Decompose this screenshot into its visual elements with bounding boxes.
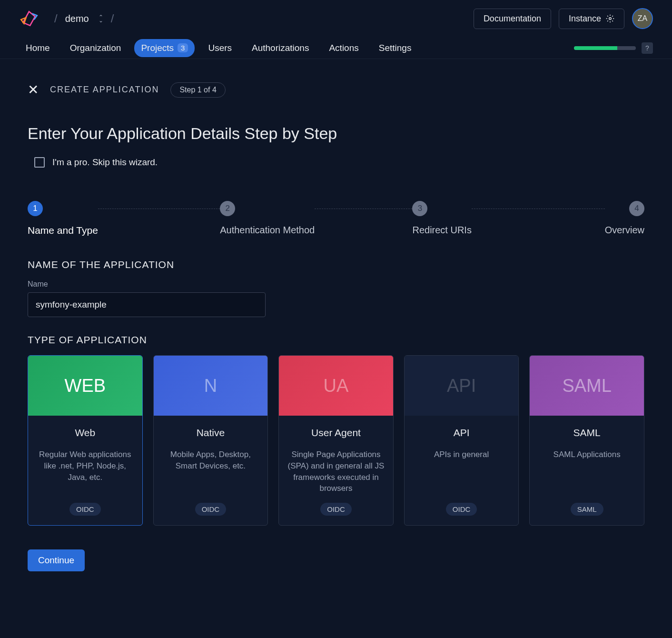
page-title: Enter Your Application Details Step by S… — [28, 124, 644, 143]
nav-item-home[interactable]: Home — [19, 39, 57, 57]
name-input[interactable] — [28, 292, 266, 317]
card-body: APIAPIs in generalOIDC — [405, 416, 519, 525]
breadcrumb-separator: / — [111, 12, 114, 25]
step-label: Redirect URIs — [412, 225, 471, 236]
card-title: Web — [75, 427, 95, 439]
step-pill: Step 1 of 4 — [170, 82, 225, 98]
breadcrumb-separator: / — [54, 12, 58, 25]
nav-item-label: Projects — [141, 43, 174, 53]
step-2[interactable]: 2Authentication Method — [220, 201, 315, 236]
skip-wizard-row[interactable]: I'm a pro. Skip this wizard. — [34, 157, 644, 168]
avatar[interactable]: ZA — [632, 8, 653, 29]
card-tag: OIDC — [195, 503, 227, 516]
nav-item-label: Users — [208, 43, 232, 53]
step-circle: 2 — [220, 201, 235, 216]
page-label: CREATE APPLICATION — [50, 85, 159, 95]
main-nav: HomeOrganizationProjects3UsersAuthorizat… — [0, 37, 672, 59]
org-name: demo — [65, 13, 89, 24]
card-header: API — [405, 356, 519, 416]
step-1[interactable]: 1Name and Type — [28, 201, 98, 236]
nav-item-label: Actions — [329, 43, 358, 53]
step-3[interactable]: 3Redirect URIs — [412, 201, 471, 236]
nav-item-label: Authorizations — [252, 43, 309, 53]
step-line — [315, 209, 412, 209]
topbar: / demo / Documentation Instance ZA — [0, 0, 672, 37]
card-title: User Agent — [311, 427, 361, 439]
nav-item-settings[interactable]: Settings — [372, 39, 418, 57]
step-label: Name and Type — [28, 225, 98, 236]
help-button[interactable]: ? — [642, 42, 653, 54]
step-circle: 4 — [629, 201, 644, 216]
stepper: 1Name and Type2Authentication Method3Red… — [28, 201, 644, 236]
nav-item-authorizations[interactable]: Authorizations — [245, 39, 316, 57]
skip-wizard-label: I'm a pro. Skip this wizard. — [52, 157, 158, 168]
step-circle: 1 — [28, 201, 43, 216]
card-desc: SAML Applications — [553, 449, 621, 494]
documentation-button[interactable]: Documentation — [474, 9, 551, 29]
close-icon[interactable]: ✕ — [28, 82, 39, 98]
instance-button[interactable]: Instance — [559, 9, 624, 29]
card-header: SAML — [530, 356, 644, 416]
progress-bar — [574, 46, 636, 50]
name-field-label: Name — [28, 280, 644, 289]
gear-icon — [606, 14, 614, 23]
app-type-card-ua[interactable]: UAUser AgentSingle Page Applications (SP… — [278, 355, 394, 526]
step-label: Overview — [605, 225, 644, 236]
app-type-cards: WEBWebRegular Web applications like .net… — [28, 355, 644, 526]
chevron-updown-icon — [99, 16, 103, 22]
nav-item-projects[interactable]: Projects3 — [134, 39, 195, 57]
svg-point-0 — [609, 18, 612, 20]
step-label: Authentication Method — [220, 225, 315, 236]
card-title: Native — [197, 427, 225, 439]
nav-badge: 3 — [178, 43, 188, 52]
step-line — [472, 209, 605, 209]
nav-item-users[interactable]: Users — [201, 39, 238, 57]
progress-fill — [574, 46, 617, 50]
app-type-card-saml[interactable]: SAMLSAMLSAML ApplicationsSAML — [529, 355, 644, 526]
org-selector[interactable]: demo — [65, 13, 103, 24]
card-header: WEB — [28, 356, 142, 416]
card-desc: APIs in general — [434, 449, 489, 494]
nav-item-label: Home — [26, 43, 50, 53]
app-type-card-api[interactable]: APIAPIAPIs in generalOIDC — [404, 355, 519, 526]
card-tag: OIDC — [69, 503, 101, 516]
name-section-title: NAME OF THE APPLICATION — [28, 259, 644, 270]
card-body: SAMLSAML ApplicationsSAML — [530, 416, 644, 525]
step-circle: 3 — [412, 201, 427, 216]
card-tag: OIDC — [320, 503, 352, 516]
nav-item-organization[interactable]: Organization — [63, 39, 128, 57]
nav-item-label: Settings — [379, 43, 412, 53]
skip-wizard-checkbox[interactable] — [34, 157, 45, 168]
card-body: NativeMobile Apps, Desktop, Smart Device… — [154, 416, 268, 525]
card-header: N — [154, 356, 268, 416]
type-section-title: TYPE OF APPLICATION — [28, 334, 644, 346]
card-desc: Regular Web applications like .net, PHP,… — [37, 449, 134, 494]
card-tag: SAML — [571, 503, 603, 516]
card-desc: Mobile Apps, Desktop, Smart Devices, etc… — [162, 449, 259, 494]
nav-item-actions[interactable]: Actions — [322, 39, 365, 57]
app-type-card-web[interactable]: WEBWebRegular Web applications like .net… — [28, 355, 143, 526]
logo — [19, 9, 39, 29]
content-header: ✕ CREATE APPLICATION Step 1 of 4 — [28, 82, 644, 98]
step-4[interactable]: 4Overview — [605, 201, 644, 236]
app-type-card-native[interactable]: NNativeMobile Apps, Desktop, Smart Devic… — [153, 355, 268, 526]
card-title: SAML — [573, 427, 601, 439]
continue-button[interactable]: Continue — [28, 549, 85, 571]
card-title: API — [454, 427, 470, 439]
card-header: UA — [279, 356, 393, 416]
card-body: WebRegular Web applications like .net, P… — [28, 416, 142, 525]
card-tag: OIDC — [446, 503, 477, 516]
nav-item-label: Organization — [70, 43, 121, 53]
card-desc: Single Page Applications (SPA) and in ge… — [287, 449, 385, 494]
content: ✕ CREATE APPLICATION Step 1 of 4 Enter Y… — [0, 59, 672, 594]
card-body: User AgentSingle Page Applications (SPA)… — [279, 416, 393, 525]
step-line — [98, 209, 220, 209]
